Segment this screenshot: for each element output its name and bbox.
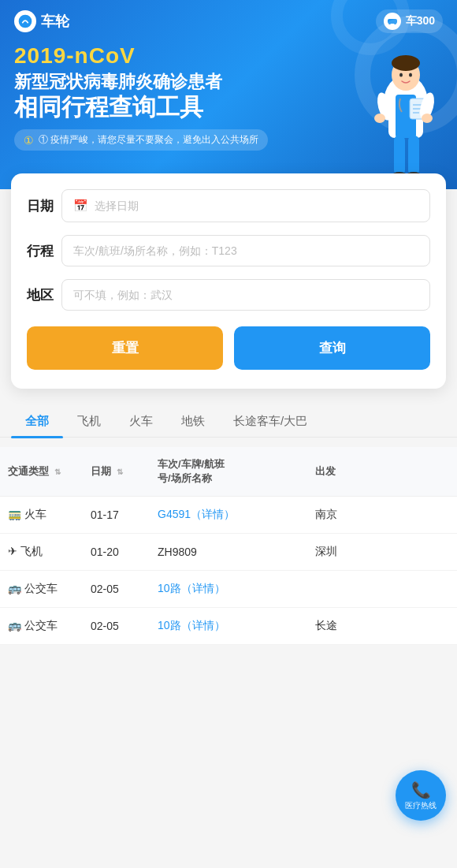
table-row: 🚃火车01-17G4591（详情）南京 [0,497,457,534]
cell-trip-3[interactable]: 10路（详情） [150,608,307,645]
filter-tab-all[interactable]: 全部 [11,406,63,437]
calendar-icon: 📅 [73,199,88,213]
table-row: 🚌公交车02-0510路（详情）长途 [0,608,457,645]
transport-icon: 🚌 [8,619,21,631]
table-row: ✈飞机01-20ZH9809深圳 [0,534,457,571]
trip-link-3[interactable]: 10路（详情） [158,619,225,631]
data-table: 交通类型 ⇅ 日期 ⇅ 车次/车牌/航班号/场所名称 出发 🚃火车01-17G4… [0,447,457,645]
date-row: 日期 📅 [27,189,430,222]
th-date[interactable]: 日期 ⇅ [83,447,150,497]
cell-trip-0[interactable]: G4591（详情） [150,497,307,534]
trip-input[interactable] [73,244,418,257]
table-body: 🚃火车01-17G4591（详情）南京✈飞机01-20ZH9809深圳🚌公交车0… [0,497,457,645]
sort-type-icon: ⇅ [54,468,61,476]
table-wrap: 交通类型 ⇅ 日期 ⇅ 车次/车牌/航班号/场所名称 出发 🚃火车01-17G4… [0,447,457,645]
form-buttons: 重置 查询 [27,326,430,370]
area-label: 地区 [27,286,61,304]
brand-name-text: 车轮 [41,12,69,31]
transport-icon: 🚃 [8,508,21,520]
float-button-label: 医疗热线 [405,801,437,810]
date-input[interactable] [95,199,418,212]
th-type[interactable]: 交通类型 ⇅ [0,447,83,497]
cell-date-2: 02-05 [83,571,150,608]
table-header: 交通类型 ⇅ 日期 ⇅ 车次/车牌/航班号/场所名称 出发 [0,447,457,497]
notice-text: ① 疫情严峻，请您尽量不要聚会，避免出入公共场所 [39,133,258,147]
filter-tab-metro[interactable]: 地铁 [167,406,219,437]
filter-tab-bus[interactable]: 长途客车/大巴 [219,406,321,437]
cell-trip-1: ZH9809 [150,534,307,571]
form-card: 日期 📅 行程 地区 重置 查询 [11,173,446,389]
cell-depart-2 [307,571,457,608]
trip-link-0[interactable]: G4591（详情） [158,508,235,520]
trip-label: 行程 [27,242,61,260]
float-button[interactable]: 📞 医疗热线 [396,770,446,821]
cell-trip-2[interactable]: 10路（详情） [150,571,307,608]
cell-type-2: 🚌公交车 [0,571,83,608]
reset-button[interactable]: 重置 [27,326,223,370]
notice-icon: ① [24,134,34,147]
th-depart: 出发 [307,447,457,497]
banner-title-area: 2019-nCoV 新型冠状病毒肺炎确诊患者 相同行程查询工具 ① ① 疫情严峻… [0,43,457,158]
area-input[interactable] [73,289,418,301]
th-trip: 车次/车牌/航班号/场所名称 [150,447,307,497]
phone-icon: 📞 [411,780,431,799]
table-row: 🚌公交车02-0510路（详情） [0,571,457,608]
cell-depart-3: 长途 [307,608,457,645]
cell-depart-1: 深圳 [307,534,457,571]
cell-type-0: 🚃火车 [0,497,83,534]
banner-ncov-title: 2019-nCoV [14,43,443,69]
cell-date-0: 01-17 [83,497,150,534]
filter-tabs: 全部飞机火车地铁长途客车/大巴 [0,406,457,438]
query-button[interactable]: 查询 [234,326,430,370]
banner-subtitle-line2: 相同行程查询工具 [14,93,443,121]
banner-notice: ① ① 疫情严峻，请您尽量不要聚会，避免出入公共场所 [14,129,268,151]
trip-link-2[interactable]: 10路（详情） [158,582,225,594]
transport-icon: ✈ [8,545,17,557]
cell-date-3: 02-05 [83,608,150,645]
filter-tab-train[interactable]: 火车 [115,406,167,437]
date-input-wrap[interactable]: 📅 [61,189,430,222]
banner-subtitle-line1: 新型冠状病毒肺炎确诊患者 [14,71,443,94]
banner-section: 车轮 车300 2019-nCoV 新型冠状病毒肺炎确诊患者 相同行程查询工具 … [0,0,457,189]
cell-type-3: 🚌公交车 [0,608,83,645]
trip-row: 行程 [27,235,430,266]
sort-date-icon: ⇅ [117,468,123,476]
area-input-wrap[interactable] [61,279,430,311]
area-row: 地区 [27,279,430,311]
transport-icon: 🚌 [8,582,21,594]
filter-tab-plane[interactable]: 飞机 [63,406,115,437]
brand-logo-circle [14,10,36,32]
trip-input-wrap[interactable] [61,235,430,266]
brand-logo: 车轮 [14,10,69,32]
date-label: 日期 [27,197,61,215]
cell-type-1: ✈飞机 [0,534,83,571]
cell-date-1: 01-20 [83,534,150,571]
cell-depart-0: 南京 [307,497,457,534]
